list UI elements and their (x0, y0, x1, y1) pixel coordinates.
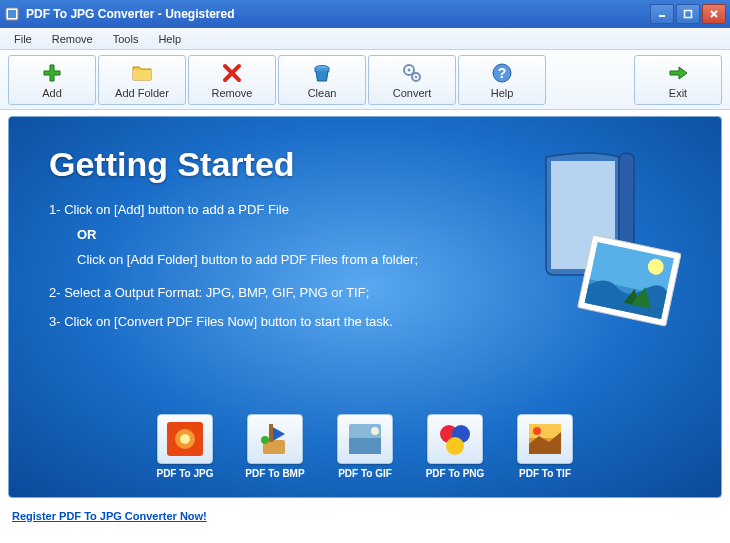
svg-point-23 (261, 436, 269, 444)
svg-point-20 (180, 434, 190, 444)
exit-label: Exit (669, 87, 687, 99)
close-button[interactable] (702, 4, 726, 24)
svg-rect-22 (269, 424, 273, 442)
help-button[interactable]: ? Help (458, 55, 546, 105)
tif-icon (517, 414, 573, 464)
format-png-button[interactable]: PDF To PNG (416, 414, 494, 479)
svg-point-29 (446, 437, 464, 455)
menu-help[interactable]: Help (148, 30, 191, 48)
add-label: Add (42, 87, 62, 99)
svg-point-26 (371, 427, 379, 435)
help-label: Help (491, 87, 514, 99)
plus-icon (40, 61, 64, 85)
exit-button[interactable]: Exit (634, 55, 722, 105)
book-photo-illustration (531, 147, 691, 327)
png-icon (427, 414, 483, 464)
svg-point-8 (408, 68, 411, 71)
gif-icon (337, 414, 393, 464)
format-buttons-row: PDF To JPG PDF To BMP PDF To GIF PDF To … (9, 414, 721, 479)
gif-label: PDF To GIF (338, 468, 392, 479)
remove-button[interactable]: Remove (188, 55, 276, 105)
trash-icon (310, 61, 334, 85)
clean-label: Clean (308, 87, 337, 99)
svg-point-10 (415, 75, 417, 77)
png-label: PDF To PNG (426, 468, 485, 479)
svg-point-32 (533, 427, 541, 435)
format-jpg-button[interactable]: PDF To JPG (146, 414, 224, 479)
register-link[interactable]: Register PDF To JPG Converter Now! (12, 510, 207, 522)
window-title: PDF To JPG Converter - Unegistered (26, 7, 650, 21)
menubar: File Remove Tools Help (0, 28, 730, 50)
jpg-label: PDF To JPG (156, 468, 213, 479)
format-gif-button[interactable]: PDF To GIF (326, 414, 404, 479)
titlebar: PDF To JPG Converter - Unegistered (0, 0, 730, 28)
jpg-icon (157, 414, 213, 464)
gears-icon (400, 61, 424, 85)
bmp-label: PDF To BMP (245, 468, 304, 479)
format-bmp-button[interactable]: PDF To BMP (236, 414, 314, 479)
menu-tools[interactable]: Tools (103, 30, 149, 48)
minimize-button[interactable] (650, 4, 674, 24)
svg-rect-1 (8, 10, 16, 18)
welcome-panel: Getting Started 1- Click on [Add] button… (8, 116, 722, 498)
help-icon: ? (490, 61, 514, 85)
add-folder-button[interactable]: Add Folder (98, 55, 186, 105)
app-icon (4, 6, 20, 22)
content-area: Getting Started 1- Click on [Add] button… (0, 110, 730, 502)
svg-rect-25 (349, 438, 381, 454)
menu-file[interactable]: File (4, 30, 42, 48)
folder-icon (130, 61, 154, 85)
format-tif-button[interactable]: PDF To TIF (506, 414, 584, 479)
exit-arrow-icon (666, 61, 690, 85)
x-icon (220, 61, 244, 85)
footer: Register PDF To JPG Converter Now! (0, 502, 730, 526)
convert-label: Convert (393, 87, 432, 99)
convert-button[interactable]: Convert (368, 55, 456, 105)
svg-text:?: ? (498, 65, 507, 81)
tif-label: PDF To TIF (519, 468, 571, 479)
maximize-button[interactable] (676, 4, 700, 24)
menu-remove[interactable]: Remove (42, 30, 103, 48)
remove-label: Remove (212, 87, 253, 99)
clean-button[interactable]: Clean (278, 55, 366, 105)
toolbar: Add Add Folder Remove Clean Convert ? He… (0, 50, 730, 110)
add-folder-label: Add Folder (115, 87, 169, 99)
add-button[interactable]: Add (8, 55, 96, 105)
svg-rect-3 (685, 11, 692, 18)
bmp-icon (247, 414, 303, 464)
